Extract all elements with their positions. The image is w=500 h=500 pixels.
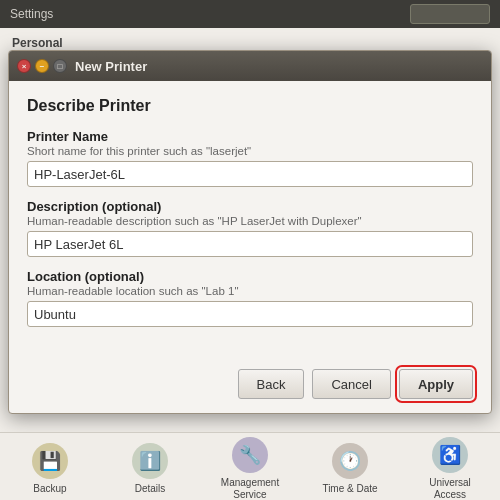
cancel-button[interactable]: Cancel	[312, 369, 390, 399]
access-label: UniversalAccess	[429, 477, 471, 501]
description-input[interactable]	[27, 231, 473, 257]
dialog-titlebar: × − □ New Printer	[9, 51, 491, 81]
management-label: ManagementService	[221, 477, 279, 501]
field-description: Description (optional) Human-readable de…	[27, 199, 473, 257]
apply-button[interactable]: Apply	[399, 369, 473, 399]
minimize-button[interactable]: −	[35, 59, 49, 73]
printer-name-hint: Short name for this printer such as "las…	[27, 145, 473, 157]
time-label: Time & Date	[322, 483, 377, 495]
taskbar-item-time[interactable]: 🕐 Time & Date	[310, 443, 390, 495]
details-icon: ℹ️	[132, 443, 168, 479]
backup-label: Backup	[33, 483, 66, 495]
taskbar-item-access[interactable]: ♿ UniversalAccess	[410, 437, 490, 501]
app-title: Settings	[10, 7, 53, 21]
location-label: Location (optional)	[27, 269, 473, 284]
dialog-title: New Printer	[75, 59, 147, 74]
search-input[interactable]	[410, 4, 490, 24]
field-printer-name: Printer Name Short name for this printer…	[27, 129, 473, 187]
description-hint: Human-readable description such as "HP L…	[27, 215, 473, 227]
top-bar: Settings	[0, 0, 500, 28]
backup-icon: 💾	[32, 443, 68, 479]
details-label: Details	[135, 483, 166, 495]
management-icon: 🔧	[232, 437, 268, 473]
new-printer-dialog: × − □ New Printer Describe Printer Print…	[8, 50, 492, 414]
dialog-heading: Describe Printer	[27, 97, 473, 115]
button-row: Back Cancel Apply	[9, 351, 491, 413]
description-label: Description (optional)	[27, 199, 473, 214]
field-location: Location (optional) Human-readable locat…	[27, 269, 473, 327]
window-controls: × − □	[17, 59, 67, 73]
printer-name-label: Printer Name	[27, 129, 473, 144]
close-button[interactable]: ×	[17, 59, 31, 73]
maximize-button[interactable]: □	[53, 59, 67, 73]
location-hint: Human-readable location such as "Lab 1"	[27, 285, 473, 297]
access-icon: ♿	[432, 437, 468, 473]
time-icon: 🕐	[332, 443, 368, 479]
taskbar-item-details[interactable]: ℹ️ Details	[110, 443, 190, 495]
back-button[interactable]: Back	[238, 369, 305, 399]
location-input[interactable]	[27, 301, 473, 327]
taskbar-item-management[interactable]: 🔧 ManagementService	[210, 437, 290, 501]
dialog-body: Describe Printer Printer Name Short name…	[9, 81, 491, 351]
taskbar-item-backup[interactable]: 💾 Backup	[10, 443, 90, 495]
printer-name-input[interactable]	[27, 161, 473, 187]
taskbar: 💾 Backup ℹ️ Details 🔧 ManagementService …	[0, 432, 500, 500]
